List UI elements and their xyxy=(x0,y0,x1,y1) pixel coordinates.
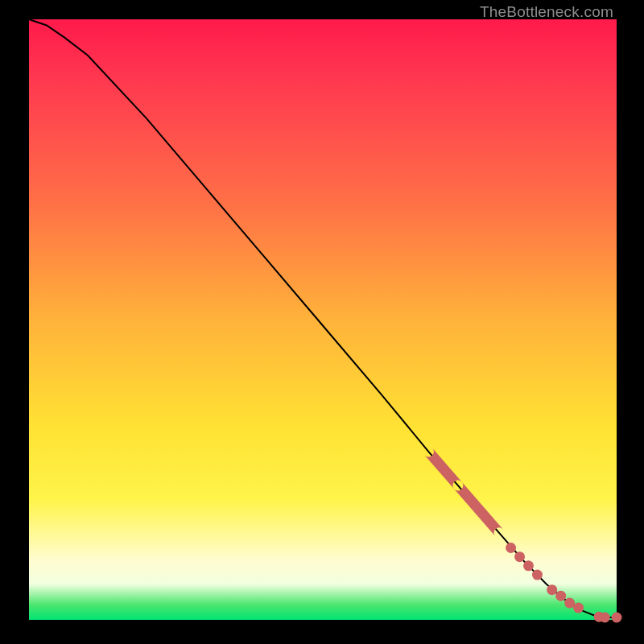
chart-frame: TheBottleneck.com xyxy=(0,0,644,644)
curve-marker xyxy=(573,603,584,613)
curve-marker xyxy=(612,613,622,623)
chart-overlay xyxy=(29,19,617,620)
curve-marker xyxy=(514,551,525,562)
bottleneck-curve xyxy=(29,19,617,617)
curve-marker xyxy=(555,591,566,601)
curve-marker xyxy=(564,598,575,609)
marker-group xyxy=(424,448,621,623)
curve-marker xyxy=(523,560,534,571)
curve-marker xyxy=(454,482,503,536)
curve-marker xyxy=(532,570,543,580)
plot-area xyxy=(29,19,617,620)
curve-marker xyxy=(547,584,557,595)
curve-marker xyxy=(506,543,516,553)
curve-marker xyxy=(600,613,610,623)
attribution-text: TheBottleneck.com xyxy=(480,3,613,21)
